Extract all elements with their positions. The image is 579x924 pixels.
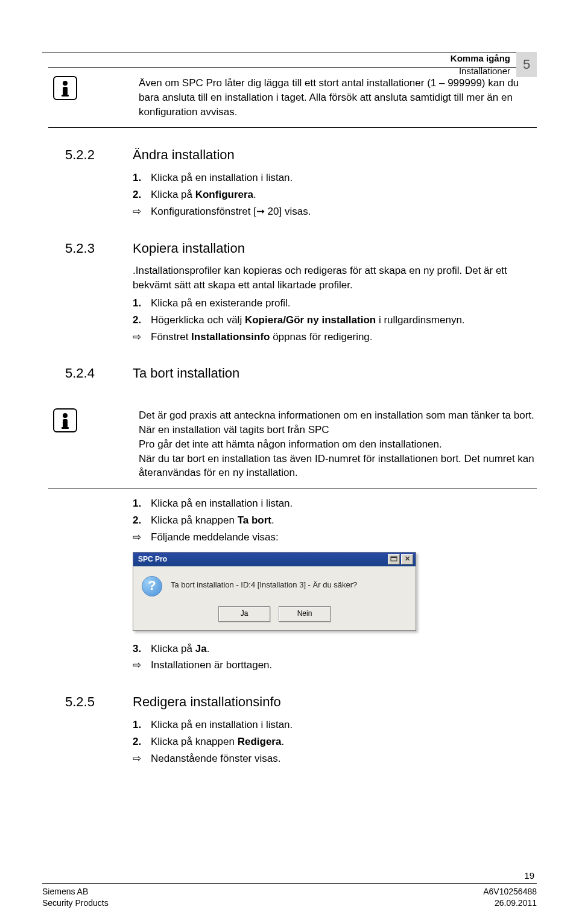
section-title-524: Ta bort installation xyxy=(133,364,537,383)
chapter-number-box: 5 xyxy=(516,52,537,77)
question-icon: ? xyxy=(142,576,162,596)
section-number-522: 5.2.2 xyxy=(48,146,133,221)
help-button[interactable] xyxy=(388,554,400,565)
result-arrow-icon: ⇨ xyxy=(133,530,146,545)
no-button[interactable]: Nein xyxy=(279,606,331,622)
info-note-2: Det är god praxis att anteckna informati… xyxy=(48,400,537,489)
result-text: Installationen är borttagen. xyxy=(151,658,272,672)
step-text: Klicka på en installation i listan. xyxy=(151,171,293,185)
list-item: 1. Klicka på en installation i listan. xyxy=(133,718,537,732)
info-icon xyxy=(53,408,77,432)
confirm-dialog: SPC Pro ✕ ? Ta bort installation - ID:4 … xyxy=(133,552,416,631)
step-text: Klicka på Ja. xyxy=(151,642,209,656)
step-number: 2. xyxy=(133,188,146,202)
step-number: 1. xyxy=(133,296,146,311)
step-number: 1. xyxy=(133,718,146,732)
list-item: 2. Högerklicka och välj Kopiera/Gör ny i… xyxy=(133,313,537,328)
dialog-message: Ta bort installation - ID:4 [Installatio… xyxy=(171,576,407,590)
section-number-525: 5.2.5 xyxy=(48,693,133,768)
page-header: Komma igång Installationer 5 xyxy=(42,52,537,52)
result-arrow-icon: ⇨ xyxy=(133,204,146,219)
section-title-522: Ändra installation xyxy=(133,146,537,165)
info-text: Även om SPC Pro låter dig lägga till ett… xyxy=(89,76,537,119)
footer-left-1: Siemens AB xyxy=(42,886,88,898)
dialog-titlebar: SPC Pro ✕ xyxy=(133,552,416,566)
result-text: Konfigurationsfönstret [➞ 20] visas. xyxy=(151,204,311,219)
list-item: 1. Klicka på en installation i listan. xyxy=(133,496,537,511)
result-arrow-icon: ⇨ xyxy=(133,658,146,672)
result-arrow-icon: ⇨ xyxy=(133,752,146,766)
close-button[interactable]: ✕ xyxy=(401,554,413,565)
list-item: 2. Klicka på knappen Redigera. xyxy=(133,735,537,749)
step-number: 1. xyxy=(133,171,146,185)
section-title-523: Kopiera installation xyxy=(133,239,537,258)
list-item: 3. Klicka på Ja. xyxy=(133,642,537,656)
footer-divider xyxy=(42,883,537,884)
step-number: 2. xyxy=(133,513,146,528)
footer-right-1: A6V10256488 xyxy=(483,886,537,898)
svg-rect-1 xyxy=(391,557,397,558)
section-number-523: 5.2.3 xyxy=(48,239,133,347)
list-item: 2. Klicka på knappen Ta bort. xyxy=(133,513,537,528)
section-number-524: 5.2.4 xyxy=(48,364,133,389)
section-intro: .Installationsprofiler kan kopieras och … xyxy=(133,264,537,293)
result-line: ⇨ Följande meddelande visas: xyxy=(133,530,537,545)
footer-left-2: Security Products xyxy=(42,897,109,910)
header-breadcrumb-1: Komma igång xyxy=(451,52,510,65)
footer-right-2: 26.09.2011 xyxy=(495,897,537,910)
step-text: Klicka på Konfigurera. xyxy=(151,188,256,202)
yes-button[interactable]: Ja xyxy=(218,606,270,622)
step-number: 1. xyxy=(133,496,146,511)
page-number: 19 xyxy=(42,869,537,882)
step-number: 3. xyxy=(133,642,146,656)
list-item: 2. Klicka på Konfigurera. xyxy=(133,188,537,202)
info-icon xyxy=(53,76,77,100)
result-text: Nedanstående fönster visas. xyxy=(151,752,280,766)
result-line: ⇨ Fönstret Installationsinfo öppnas för … xyxy=(133,330,537,344)
list-item: 1. Klicka på en installation i listan. xyxy=(133,171,537,185)
step-text: Klicka på en installation i listan. xyxy=(151,496,293,511)
step-text: Klicka på knappen Ta bort. xyxy=(151,513,274,528)
result-line: ⇨ Installationen är borttagen. xyxy=(133,658,537,672)
step-text: Klicka på en installation i listan. xyxy=(151,718,293,732)
result-line: ⇨ Nedanstående fönster visas. xyxy=(133,752,537,766)
section-title-525: Redigera installationsinfo xyxy=(133,693,537,712)
list-item: 1. Klicka på en existerande profil. xyxy=(133,296,537,311)
result-arrow-icon: ⇨ xyxy=(133,330,146,344)
step-number: 2. xyxy=(133,735,146,749)
info-text: Det är god praxis att anteckna informati… xyxy=(89,408,537,480)
result-text: Fönstret Installationsinfo öppnas för re… xyxy=(151,330,373,344)
result-line: ⇨ Konfigurationsfönstret [➞ 20] visas. xyxy=(133,204,537,219)
step-text: Högerklicka och välj Kopiera/Gör ny inst… xyxy=(151,313,465,328)
header-breadcrumb-2: Installationer xyxy=(451,65,510,77)
step-text: Klicka på en existerande profil. xyxy=(151,296,291,311)
result-text: Följande meddelande visas: xyxy=(151,530,279,545)
dialog-title: SPC Pro xyxy=(136,554,388,565)
step-number: 2. xyxy=(133,313,146,328)
page-footer: 19 Siemens AB A6V10256488 Security Produ… xyxy=(42,869,537,910)
step-text: Klicka på knappen Redigera. xyxy=(151,735,284,749)
